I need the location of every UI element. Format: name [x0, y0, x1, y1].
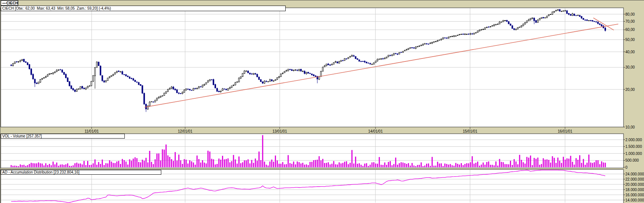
candle-body [344, 58, 345, 60]
candle-body [134, 80, 136, 82]
candle-body [567, 11, 568, 13]
volume-bar [244, 161, 245, 167]
candle-body [601, 25, 602, 26]
candle-body [133, 79, 134, 80]
candle-body [444, 38, 445, 38]
candle-body [437, 41, 438, 41]
candle-body [120, 72, 121, 72]
candle-body [548, 15, 549, 16]
chart-tab-ciech[interactable]: — CIECH [1, 0, 18, 6]
volume-bar [246, 161, 247, 167]
window-left-edge [0, 0, 0, 203]
candle-body [42, 79, 43, 79]
price-info-bar[interactable]: CIECH [Otw.: 62,00 Max: 63,43 Min: 58,05… [1, 6, 286, 11]
volume-bar [404, 163, 405, 167]
candle-body [237, 82, 238, 82]
volume-bar [490, 165, 491, 167]
volume-bar [27, 165, 28, 167]
candle-body [406, 49, 407, 50]
volume-bar [563, 157, 564, 167]
price-axis-area[interactable] [624, 8, 644, 127]
volume-bar [102, 159, 103, 167]
volume-bar [473, 164, 475, 167]
volume-bar [572, 162, 573, 167]
volume-bar [532, 165, 533, 167]
volume-bar [448, 165, 449, 167]
candle-body [122, 72, 123, 74]
volume-bar [408, 163, 409, 167]
volume-bar [391, 165, 393, 167]
volume-bar [266, 165, 267, 167]
candle-body [107, 78, 108, 80]
volume-bar [291, 164, 292, 167]
candle-body [297, 70, 298, 70]
volume-bar [42, 164, 43, 167]
candle-body [311, 74, 313, 75]
candle-body [300, 69, 301, 72]
candle-body [468, 34, 469, 34]
volume-bar [597, 160, 599, 167]
candle-body [550, 14, 551, 15]
candle-body [485, 28, 486, 29]
candle-body [262, 82, 263, 83]
candle-body [517, 28, 518, 29]
volume-bar [195, 165, 196, 167]
volume-bar [446, 164, 447, 167]
candle-body [207, 81, 209, 82]
volume-bar [147, 162, 148, 167]
candle-body [563, 11, 564, 11]
volume-bar [475, 163, 476, 167]
candle-body [328, 64, 329, 65]
volume-bar [585, 165, 586, 167]
candle-body [421, 45, 422, 46]
candle-body [273, 81, 274, 81]
ad-axis-area[interactable] [624, 169, 644, 203]
volume-bar [53, 162, 54, 167]
volume-bar [486, 162, 487, 167]
volume-bar [255, 159, 256, 167]
volume-axis-area[interactable] [624, 134, 644, 168]
candle-body [295, 70, 296, 70]
candle-body [53, 73, 54, 74]
volume-bar [20, 164, 21, 167]
volume-bar [406, 164, 407, 167]
volume-bar [317, 160, 318, 167]
volume-bar [264, 162, 265, 167]
volume-bar [499, 159, 500, 167]
volume-bar [483, 162, 484, 167]
candle-body [184, 90, 185, 92]
candle-body [450, 37, 451, 37]
volume-bar [377, 164, 378, 167]
candle-body [330, 65, 331, 66]
candle-body [29, 64, 30, 69]
candle-body [430, 43, 431, 44]
chart-tab-label: CIECH [6, 1, 18, 5]
candle-body [138, 82, 139, 85]
candle-body [581, 16, 582, 18]
candle-body [519, 27, 520, 28]
volume-bar [401, 162, 402, 167]
volume-bar [455, 163, 456, 167]
candle-body [435, 41, 436, 42]
candle-body [339, 61, 340, 63]
volume-bar [514, 159, 515, 167]
volume-bar [603, 162, 604, 167]
candle-body [350, 57, 351, 57]
volume-bar [464, 164, 466, 167]
candle-body [231, 86, 232, 88]
volume-bar [369, 165, 371, 167]
candle-body [255, 73, 256, 74]
volume-bar [546, 159, 548, 167]
date-axis-label: 15/01/01 [463, 129, 478, 133]
volume-bar [51, 165, 52, 167]
ad-indicator-text: AD - Accumulation Distribution [23.232.8… [2, 170, 79, 174]
volume-bar [260, 160, 261, 167]
candle-body [22, 59, 23, 60]
candle-body [38, 82, 39, 84]
candle-body [348, 57, 349, 58]
volume-bar [83, 161, 85, 167]
volume-bar [277, 161, 278, 167]
volume-bar [361, 165, 362, 167]
volume-indicator-label[interactable]: VOL - Volume [257.357] [1, 134, 125, 139]
ad-indicator-label[interactable]: AD - Accumulation Distribution [23.232.8… [1, 170, 161, 175]
